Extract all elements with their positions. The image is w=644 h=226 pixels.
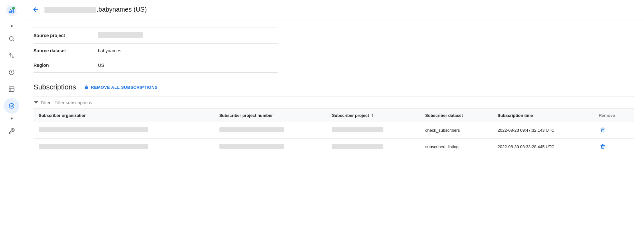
sidebar-item-search[interactable] xyxy=(4,31,19,46)
sidebar-item-transfers[interactable] xyxy=(4,48,19,63)
cell-org-2 xyxy=(34,139,214,155)
sidebar-item-history[interactable] xyxy=(4,65,19,80)
back-button[interactable] xyxy=(31,5,41,15)
delete-row-1-button[interactable] xyxy=(599,126,607,134)
filter-icon xyxy=(34,100,39,105)
title-suffix: .babynames (US) xyxy=(97,6,147,13)
info-row-region: Region US xyxy=(34,58,278,73)
sort-asc-icon: ↑ xyxy=(371,113,374,118)
value-source-project xyxy=(98,32,143,39)
table-row: subscribed_listing 2022-08-30 03:33:28.4… xyxy=(34,139,634,155)
svg-point-5 xyxy=(12,7,15,9)
value-region: US xyxy=(98,63,104,68)
label-region: Region xyxy=(34,63,98,68)
cell-remove-2 xyxy=(593,139,634,155)
org-redacted-2 xyxy=(39,144,148,149)
cell-time-2: 2022-08-30 03:33:28.445 UTC xyxy=(492,139,593,155)
cell-time-1: 2022-08-23 09:47:32.143 UTC xyxy=(492,122,593,139)
content-area: Source project Source dataset babynames … xyxy=(23,19,644,226)
page-title: .babynames (US) xyxy=(44,6,147,13)
svg-point-14 xyxy=(11,105,12,107)
source-project-redacted xyxy=(98,32,143,38)
project-number-redacted-1 xyxy=(219,127,284,132)
filter-bar: Filter xyxy=(34,97,634,108)
delete-row-2-button[interactable] xyxy=(599,142,607,151)
page-header: .babynames (US) xyxy=(23,0,644,19)
table-row: check_subscribers 2022-08-23 09:47:32.14… xyxy=(34,122,634,139)
svg-point-13 xyxy=(9,104,14,108)
svg-point-7 xyxy=(9,36,13,40)
info-row-source-project: Source project xyxy=(34,27,278,44)
sidebar xyxy=(0,0,23,226)
cell-project-2 xyxy=(327,139,420,155)
col-header-remove: Remove xyxy=(593,109,634,122)
cell-org-1 xyxy=(34,122,214,139)
col-header-org: Subscriber organization xyxy=(34,109,214,122)
label-source-project: Source project xyxy=(34,33,98,38)
sidebar-item-reports[interactable] xyxy=(4,81,19,97)
cell-project-1 xyxy=(327,122,420,139)
subscriptions-header: Subscriptions REMOVE ALL SUBSCRIPTIONS xyxy=(34,83,634,91)
value-source-dataset: babynames xyxy=(98,48,121,53)
cell-dataset-2: subscribed_listing xyxy=(420,139,493,155)
col-project-label: Subscriber project xyxy=(332,113,369,118)
info-row-source-dataset: Source dataset babynames xyxy=(34,44,278,58)
app-logo xyxy=(5,4,18,17)
subscriptions-table: Subscriber organization Subscriber proje… xyxy=(34,108,634,155)
org-redacted-1 xyxy=(39,127,148,132)
filter-input[interactable] xyxy=(54,100,634,105)
main-content: .babynames (US) Source project Source da… xyxy=(23,0,644,226)
sidebar-dot-2 xyxy=(11,118,13,119)
col-header-project: Subscriber project ↑ xyxy=(327,109,420,122)
svg-line-8 xyxy=(13,40,14,41)
remove-all-label: REMOVE ALL SUBSCRIPTIONS xyxy=(91,85,158,90)
project-redacted-2 xyxy=(332,144,383,149)
cell-project-number-2 xyxy=(214,139,327,155)
project-redacted-1 xyxy=(332,127,383,132)
title-redacted-part xyxy=(44,7,96,13)
col-header-project-number: Subscriber project number xyxy=(214,109,327,122)
cell-remove-1 xyxy=(593,122,634,139)
svg-rect-3 xyxy=(11,10,12,13)
svg-rect-2 xyxy=(9,11,11,13)
sidebar-dot-1 xyxy=(11,25,13,27)
table-header-row: Subscriber organization Subscriber proje… xyxy=(34,109,634,122)
sidebar-item-tools[interactable] xyxy=(4,123,19,139)
col-header-dataset: Subscriber dataset xyxy=(420,109,493,122)
subscriptions-title: Subscriptions xyxy=(34,83,76,91)
cell-dataset-1: check_subscribers xyxy=(420,122,493,139)
col-header-time: Subscription time xyxy=(492,109,593,122)
project-number-redacted-2 xyxy=(219,144,284,149)
filter-label-group: Filter xyxy=(34,100,51,105)
label-source-dataset: Source dataset xyxy=(34,48,98,53)
remove-all-subscriptions-button[interactable]: REMOVE ALL SUBSCRIPTIONS xyxy=(81,83,160,91)
filter-text-label: Filter xyxy=(41,100,51,105)
svg-rect-10 xyxy=(9,87,14,92)
cell-project-number-1 xyxy=(214,122,327,139)
info-table: Source project Source dataset babynames … xyxy=(34,27,278,73)
sidebar-item-analytics[interactable] xyxy=(4,98,19,114)
